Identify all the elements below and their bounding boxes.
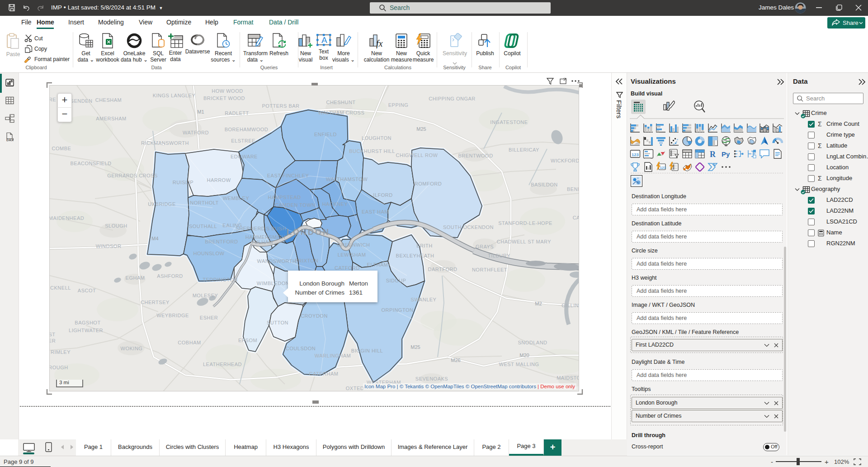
svg-text:LEWISHAM: LEWISHAM <box>338 252 366 257</box>
svg-text:NORTHFLEET: NORTHFLEET <box>472 267 507 272</box>
svg-text:RUISLIP: RUISLIP <box>173 180 193 185</box>
svg-text:LONDON: LONDON <box>287 228 330 237</box>
svg-text:DAX: DAX <box>6 138 14 142</box>
svg-text:123: 123 <box>632 152 639 157</box>
svg-text:GILLINGH: GILLINGH <box>561 303 579 308</box>
svg-text:WINDSOR: WINDSOR <box>96 243 122 249</box>
svg-text:SLOUGH: SLOUGH <box>105 223 127 229</box>
svg-text:ORPINGTON: ORPINGTON <box>382 307 414 313</box>
svg-text:BIGGIN HILL: BIGGIN HILL <box>351 348 383 353</box>
svg-text:SNODLAND: SNODLAND <box>518 340 547 345</box>
svg-text:SOUTHALL: SOUTHALL <box>189 224 217 229</box>
svg-text:123: 123 <box>660 166 666 170</box>
svg-text:HAMPSTEAD: HAMPSTEAD <box>268 195 301 200</box>
svg-text:SENDEN: SENDEN <box>71 98 93 104</box>
svg-text:TILBURY: TILBURY <box>488 253 510 258</box>
svg-text:EAST FINCHLEY: EAST FINCHLEY <box>267 173 309 178</box>
svg-text:EDGWARE: EDGWARE <box>231 154 258 159</box>
svg-text:KINGS LANGLEY: KINGS LANGLEY <box>153 93 196 98</box>
svg-text:CHIPPING ONGAR: CHIPPING ONGAR <box>429 96 476 101</box>
svg-text:WOKING: WOKING <box>121 346 143 351</box>
svg-text:CAMDEN TOWN: CAMDEN TOWN <box>275 202 315 208</box>
svg-text:FULHAM: FULHAM <box>251 239 273 245</box>
svg-text:BOREHAMWOOD: BOREHAMWOOD <box>225 127 269 132</box>
svg-text:LEATHERHEAD: LEATHERHEAD <box>203 362 242 367</box>
svg-text:EAST HAM: EAST HAM <box>362 209 389 214</box>
svg-text:BILLERICAY: BILLERICAY <box>509 147 539 152</box>
svg-text:WEYBRIDGE: WEYBRIDGE <box>156 313 189 318</box>
svg-text:CKNELL: CKNELL <box>50 285 71 291</box>
svg-text:LIGHTWATER: LIGHTWATER <box>69 328 103 333</box>
svg-text:LOUGHTON: LOUGHTON <box>362 135 392 141</box>
svg-text:BAGSHOT: BAGSHOT <box>75 320 100 325</box>
svg-text:OXTED: OXTED <box>346 386 364 391</box>
svg-text:ROMFORD: ROMFORD <box>415 181 442 186</box>
svg-text:STANFORD-LE-HOPE: STANFORD-LE-HOPE <box>498 220 552 226</box>
svg-text:WICKFORD: WICKFORD <box>551 158 579 163</box>
svg-text:M26: M26 <box>451 357 460 363</box>
svg-text:WARLINGHAM: WARLINGHAM <box>315 353 351 358</box>
svg-text:RIMLEY: RIMLEY <box>51 349 71 355</box>
svg-text:WANDSWORTH: WANDSWORTH <box>257 258 297 264</box>
svg-text:CATERHAM: CATERHAM <box>309 371 339 376</box>
svg-text:ASHFORD: ASHFORD <box>157 273 183 279</box>
svg-text:WIMBLEDON: WIMBLEDON <box>257 281 289 286</box>
svg-text:ROUGH: ROUGH <box>50 365 68 370</box>
svg-text:NORTHOLT: NORTHOLT <box>190 200 219 205</box>
svg-text:EGHAM: EGHAM <box>126 275 145 281</box>
svg-text:M20: M20 <box>519 353 529 358</box>
svg-text:CHESHUNT: CHESHUNT <box>326 100 355 105</box>
svg-text:R: R <box>710 150 716 159</box>
svg-text:ELTHAM: ELTHAM <box>367 262 388 267</box>
svg-text:BEACONSFIELD: BEACONSFIELD <box>71 161 112 166</box>
svg-text:RICKMANSWORTH: RICKMANSWORTH <box>141 140 189 146</box>
svg-text:BASILDON: BASILDON <box>531 182 558 187</box>
svg-text:GRAYS: GRAYS <box>476 244 494 249</box>
svg-text:SUTTON: SUTTON <box>267 320 288 325</box>
svg-text:WALTHAM CROSS: WALTHAM CROSS <box>318 110 364 115</box>
svg-text:BRIXTON: BRIXTON <box>295 258 318 263</box>
svg-text:WALTHAMSTOW: WALTHAMSTOW <box>326 176 368 182</box>
svg-text:MOLESEY: MOLESEY <box>193 293 218 298</box>
svg-text:SIDCUP: SIDCUP <box>386 278 406 283</box>
svg-text:BRICKET WOOD: BRICKET WOOD <box>203 95 245 101</box>
svg-text:COMBE: COMBE <box>52 146 71 151</box>
svg-text:HOUNSLOW: HOUNSLOW <box>193 251 225 256</box>
svg-text:fx: fx <box>376 38 383 48</box>
svg-text:UXBRIDGE: UXBRIDGE <box>148 201 175 207</box>
svg-text:CAN: CAN <box>573 215 579 220</box>
svg-text:EPSOM: EPSOM <box>238 338 257 343</box>
svg-text:HAMMERSMITH: HAMMERSMITH <box>245 234 286 240</box>
svg-text:WEMBLEY: WEMBLEY <box>223 195 250 201</box>
svg-text:HARROW: HARROW <box>207 177 231 183</box>
svg-text:A: A <box>321 35 327 45</box>
svg-text:AMERSHAM: AMERSHAM <box>96 116 127 121</box>
svg-text:BRENTFORD: BRENTFORD <box>205 239 238 244</box>
svg-text:WATFORD: WATFORD <box>183 130 209 135</box>
svg-text:SWANLEY: SWANLEY <box>411 297 437 302</box>
svg-text:SOUTH OCKENDON: SOUTH OCKENDON <box>443 224 494 230</box>
svg-text:ILFORD: ILFORD <box>373 192 392 198</box>
svg-text:BEXLEYHEATH: BEXLEYHEATH <box>396 253 434 258</box>
svg-text:SEVENOAKS: SEVENOAKS <box>415 376 448 381</box>
svg-text:TEDDINGTON: TEDDINGTON <box>203 277 238 282</box>
svg-text:M25: M25 <box>410 344 420 350</box>
svg-text:GREENWICH: GREENWICH <box>337 242 370 248</box>
svg-text:M25: M25 <box>416 126 426 132</box>
svg-text:ASCOT: ASCOT <box>78 288 96 293</box>
svg-text:ERITH: ERITH <box>416 243 433 248</box>
svg-text:HACKNEY: HACKNEY <box>322 201 348 207</box>
svg-text:CHERTSEY: CHERTSEY <box>141 300 170 305</box>
svg-text:MAIDSTONE: MAIDSTONE <box>557 375 579 381</box>
svg-text:BENFL: BENFL <box>567 186 579 192</box>
svg-text:INGATESTONE: INGATESTONE <box>490 119 528 125</box>
svg-text:BUCKHURST HILL: BUCKHURST HILL <box>349 148 395 154</box>
svg-text:COBHAM: COBHAM <box>178 340 201 345</box>
svg-text:ENFIELD: ENFIELD <box>314 132 337 137</box>
svg-text:CROYDON: CROYDON <box>301 313 328 319</box>
svg-text:M4: M4 <box>151 236 158 241</box>
svg-text:ELSTREE: ELSTREE <box>231 138 255 143</box>
svg-text:BRENTWOOD: BRENTWOOD <box>458 153 493 158</box>
svg-text:M1: M1 <box>197 109 204 114</box>
svg-text:HOW WOOD: HOW WOOD <box>212 88 243 94</box>
